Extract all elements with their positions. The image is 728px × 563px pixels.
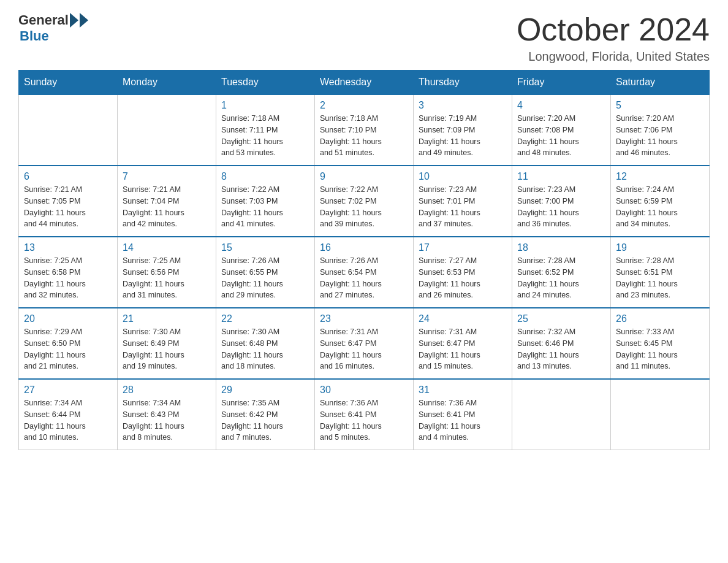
day-number: 25 — [517, 313, 605, 324]
calendar-cell: 12Sunrise: 7:24 AMSunset: 6:59 PMDayligh… — [611, 166, 710, 237]
logo-text: General — [18, 12, 90, 28]
week-row-4: 20Sunrise: 7:29 AMSunset: 6:50 PMDayligh… — [19, 308, 710, 379]
day-number: 22 — [221, 313, 309, 324]
day-number: 21 — [123, 313, 211, 324]
calendar-cell: 2Sunrise: 7:18 AMSunset: 7:10 PMDaylight… — [315, 94, 414, 166]
day-info: Sunrise: 7:32 AMSunset: 6:46 PMDaylight:… — [517, 326, 605, 372]
day-number: 2 — [320, 100, 408, 111]
day-number: 15 — [221, 242, 309, 253]
calendar-cell: 20Sunrise: 7:29 AMSunset: 6:50 PMDayligh… — [19, 308, 118, 379]
day-number: 28 — [123, 385, 211, 396]
logo-arrow-icon — [70, 13, 78, 28]
logo: General Blue — [18, 12, 90, 44]
day-info: Sunrise: 7:20 AMSunset: 7:08 PMDaylight:… — [517, 113, 605, 159]
page-header: General Blue October 2024 Longwood, Flor… — [18, 12, 710, 64]
day-info: Sunrise: 7:21 AMSunset: 7:05 PMDaylight:… — [24, 184, 112, 230]
day-info: Sunrise: 7:25 AMSunset: 6:58 PMDaylight:… — [24, 255, 112, 301]
day-info: Sunrise: 7:34 AMSunset: 6:43 PMDaylight:… — [123, 397, 211, 443]
day-info: Sunrise: 7:35 AMSunset: 6:42 PMDaylight:… — [221, 397, 309, 443]
day-info: Sunrise: 7:27 AMSunset: 6:53 PMDaylight:… — [419, 255, 507, 301]
logo-blue-text: Blue — [20, 28, 49, 44]
day-number: 26 — [616, 313, 704, 324]
calendar-header-sunday: Sunday — [19, 71, 118, 95]
logo-general: General — [18, 12, 69, 28]
day-number: 9 — [320, 171, 408, 182]
calendar-cell — [19, 94, 118, 166]
day-info: Sunrise: 7:31 AMSunset: 6:47 PMDaylight:… — [419, 326, 507, 372]
calendar-cell: 21Sunrise: 7:30 AMSunset: 6:49 PMDayligh… — [118, 308, 216, 379]
calendar-table: SundayMondayTuesdayWednesdayThursdayFrid… — [18, 70, 710, 450]
day-number: 17 — [419, 242, 507, 253]
day-info: Sunrise: 7:30 AMSunset: 6:49 PMDaylight:… — [123, 326, 211, 372]
calendar-header-friday: Friday — [512, 71, 611, 95]
calendar-cell: 7Sunrise: 7:21 AMSunset: 7:04 PMDaylight… — [118, 166, 216, 237]
calendar-cell: 16Sunrise: 7:26 AMSunset: 6:54 PMDayligh… — [315, 237, 414, 308]
day-number: 7 — [123, 171, 211, 182]
calendar-cell: 11Sunrise: 7:23 AMSunset: 7:00 PMDayligh… — [512, 166, 611, 237]
day-number: 31 — [419, 385, 507, 396]
calendar-header-thursday: Thursday — [414, 71, 512, 95]
calendar-cell — [512, 379, 611, 450]
day-number: 13 — [24, 242, 112, 253]
week-row-2: 6Sunrise: 7:21 AMSunset: 7:05 PMDaylight… — [19, 166, 710, 237]
day-number: 1 — [221, 100, 309, 111]
day-info: Sunrise: 7:36 AMSunset: 6:41 PMDaylight:… — [320, 397, 408, 443]
day-info: Sunrise: 7:31 AMSunset: 6:47 PMDaylight:… — [320, 326, 408, 372]
day-info: Sunrise: 7:18 AMSunset: 7:10 PMDaylight:… — [320, 113, 408, 159]
calendar-cell: 26Sunrise: 7:33 AMSunset: 6:45 PMDayligh… — [611, 308, 710, 379]
calendar-cell: 27Sunrise: 7:34 AMSunset: 6:44 PMDayligh… — [19, 379, 118, 450]
day-number: 8 — [221, 171, 309, 182]
calendar-cell: 6Sunrise: 7:21 AMSunset: 7:05 PMDaylight… — [19, 166, 118, 237]
day-number: 18 — [517, 242, 605, 253]
calendar-cell: 25Sunrise: 7:32 AMSunset: 6:46 PMDayligh… — [512, 308, 611, 379]
day-info: Sunrise: 7:25 AMSunset: 6:56 PMDaylight:… — [123, 255, 211, 301]
day-info: Sunrise: 7:22 AMSunset: 7:03 PMDaylight:… — [221, 184, 309, 230]
day-number: 20 — [24, 313, 112, 324]
calendar-cell: 9Sunrise: 7:22 AMSunset: 7:02 PMDaylight… — [315, 166, 414, 237]
day-number: 24 — [419, 313, 507, 324]
day-number: 19 — [616, 242, 704, 253]
day-info: Sunrise: 7:26 AMSunset: 6:55 PMDaylight:… — [221, 255, 309, 301]
day-info: Sunrise: 7:20 AMSunset: 7:06 PMDaylight:… — [616, 113, 704, 159]
day-number: 12 — [616, 171, 704, 182]
month-title: October 2024 — [517, 12, 710, 47]
calendar-cell: 29Sunrise: 7:35 AMSunset: 6:42 PMDayligh… — [216, 379, 315, 450]
day-info: Sunrise: 7:29 AMSunset: 6:50 PMDaylight:… — [24, 326, 112, 372]
day-info: Sunrise: 7:24 AMSunset: 6:59 PMDaylight:… — [616, 184, 704, 230]
day-info: Sunrise: 7:22 AMSunset: 7:02 PMDaylight:… — [320, 184, 408, 230]
calendar-cell: 14Sunrise: 7:25 AMSunset: 6:56 PMDayligh… — [118, 237, 216, 308]
calendar-header-tuesday: Tuesday — [216, 71, 315, 95]
day-info: Sunrise: 7:28 AMSunset: 6:51 PMDaylight:… — [616, 255, 704, 301]
title-block: October 2024 Longwood, Florida, United S… — [517, 12, 710, 64]
calendar-header-wednesday: Wednesday — [315, 71, 414, 95]
day-info: Sunrise: 7:23 AMSunset: 7:01 PMDaylight:… — [419, 184, 507, 230]
calendar-cell: 22Sunrise: 7:30 AMSunset: 6:48 PMDayligh… — [216, 308, 315, 379]
day-info: Sunrise: 7:33 AMSunset: 6:45 PMDaylight:… — [616, 326, 704, 372]
location-title: Longwood, Florida, United States — [517, 50, 710, 64]
calendar-cell: 5Sunrise: 7:20 AMSunset: 7:06 PMDaylight… — [611, 94, 710, 166]
day-number: 4 — [517, 100, 605, 111]
day-number: 6 — [24, 171, 112, 182]
calendar-cell: 15Sunrise: 7:26 AMSunset: 6:55 PMDayligh… — [216, 237, 315, 308]
day-number: 23 — [320, 313, 408, 324]
day-info: Sunrise: 7:18 AMSunset: 7:11 PMDaylight:… — [221, 113, 309, 159]
day-info: Sunrise: 7:34 AMSunset: 6:44 PMDaylight:… — [24, 397, 112, 443]
calendar-cell — [611, 379, 710, 450]
calendar-cell: 30Sunrise: 7:36 AMSunset: 6:41 PMDayligh… — [315, 379, 414, 450]
calendar-cell: 1Sunrise: 7:18 AMSunset: 7:11 PMDaylight… — [216, 94, 315, 166]
week-row-5: 27Sunrise: 7:34 AMSunset: 6:44 PMDayligh… — [19, 379, 710, 450]
day-number: 30 — [320, 385, 408, 396]
calendar-cell: 8Sunrise: 7:22 AMSunset: 7:03 PMDaylight… — [216, 166, 315, 237]
day-number: 5 — [616, 100, 704, 111]
day-number: 16 — [320, 242, 408, 253]
day-info: Sunrise: 7:30 AMSunset: 6:48 PMDaylight:… — [221, 326, 309, 372]
calendar-cell: 4Sunrise: 7:20 AMSunset: 7:08 PMDaylight… — [512, 94, 611, 166]
calendar-cell: 18Sunrise: 7:28 AMSunset: 6:52 PMDayligh… — [512, 237, 611, 308]
calendar-cell: 28Sunrise: 7:34 AMSunset: 6:43 PMDayligh… — [118, 379, 216, 450]
day-number: 27 — [24, 385, 112, 396]
week-row-1: 1Sunrise: 7:18 AMSunset: 7:11 PMDaylight… — [19, 94, 710, 166]
calendar-header-row: SundayMondayTuesdayWednesdayThursdayFrid… — [19, 71, 710, 95]
day-number: 3 — [419, 100, 507, 111]
calendar-header-monday: Monday — [118, 71, 216, 95]
day-info: Sunrise: 7:36 AMSunset: 6:41 PMDaylight:… — [419, 397, 507, 443]
